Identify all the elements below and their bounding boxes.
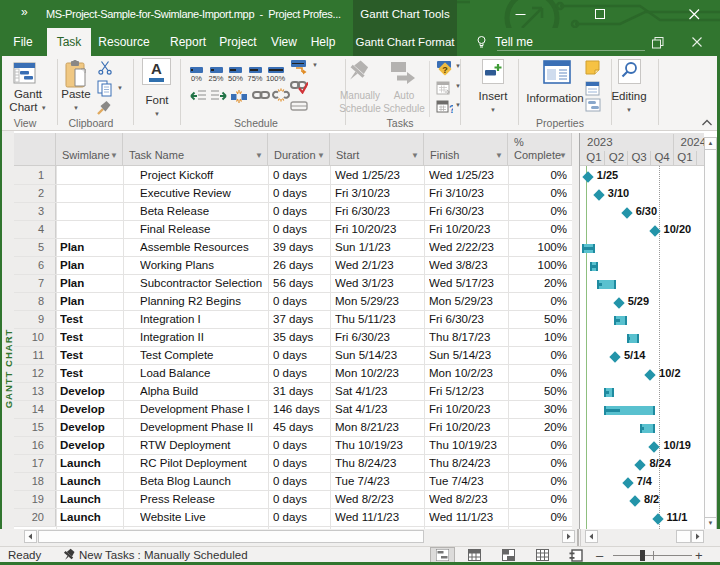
svg-text:?: ? (442, 65, 448, 75)
svg-text:?: ? (449, 104, 453, 114)
